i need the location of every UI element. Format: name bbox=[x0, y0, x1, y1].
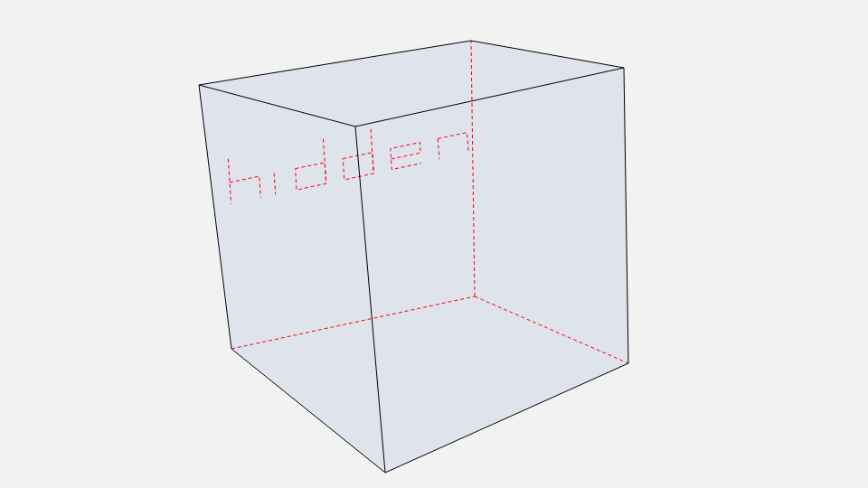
cube-diagram bbox=[0, 0, 868, 488]
cube-face-right bbox=[355, 68, 628, 473]
